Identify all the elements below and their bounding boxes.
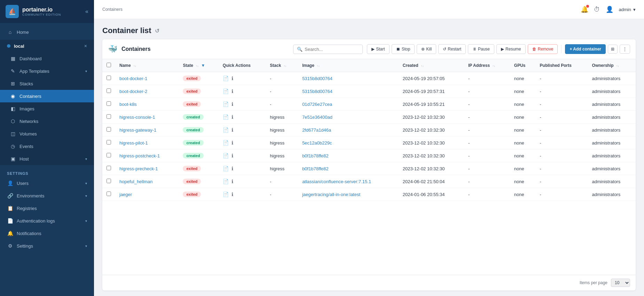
search-input[interactable] [305,47,359,52]
row-checkbox[interactable] [107,192,111,196]
sidebar-item-events[interactable]: ◷ Events [0,140,94,153]
logs-icon[interactable]: 📄 [223,127,229,133]
container-name-link[interactable]: higress-console-1 [119,115,155,120]
col-image[interactable]: Image ↑↓ [298,59,399,72]
col-name[interactable]: Name ↑↓ [115,59,179,72]
sidebar-item-auth-logs[interactable]: 📄 Authentication logs ▾ [0,215,94,227]
sidebar-item-app-templates[interactable]: ✎ App Templates ▾ [0,65,94,77]
image-link[interactable]: 01d726e27cea [302,102,332,107]
sidebar-item-networks[interactable]: ⬡ Networks [0,115,94,127]
image-link[interactable]: 2fd677a1d46a [302,127,331,133]
container-name-link[interactable]: boot-docker-1 [119,76,147,81]
resume-button[interactable]: ▶ Resume [496,44,526,54]
sidebar-item-containers[interactable]: ◉ Containers [0,90,94,102]
col-ip[interactable]: IP Address ↑↓ [464,59,510,72]
logs-icon[interactable]: 📄 [223,153,229,158]
sidebar-item-users[interactable]: 👤 Users ▾ [0,177,94,189]
row-checkbox[interactable] [107,101,111,106]
sidebar-item-settings[interactable]: ⚙ Settings ▾ [0,240,94,252]
user-profile-icon[interactable]: 👤 [606,6,613,13]
row-checkbox-cell[interactable] [102,188,115,201]
sidebar-item-registries[interactable]: 📋 Registries [0,202,94,215]
logs-icon[interactable]: 📄 [223,88,229,94]
inspect-icon[interactable]: ℹ [231,127,233,133]
state-filter-icon[interactable]: ▼ [201,63,205,68]
row-checkbox[interactable] [107,127,111,132]
container-name-link[interactable]: hopeful_hellman [119,179,152,184]
sidebar-item-host[interactable]: ▣ Host ▾ [0,153,94,165]
image-link[interactable]: 5315b8d00764 [302,76,332,81]
restart-button[interactable]: ↺ Restart [438,44,466,54]
add-container-button[interactable]: + Add container [565,44,606,54]
stop-button[interactable]: ⏹ Stop [392,44,415,54]
column-settings-button[interactable]: ⊞ [608,45,618,54]
more-options-button[interactable]: ⋮ [620,45,630,54]
items-per-page-select[interactable]: 10 25 50 100 [611,279,630,287]
container-name-link[interactable]: higress-postcheck-1 [119,153,160,158]
container-name-link[interactable]: higress-gateway-1 [119,127,156,133]
row-checkbox-cell[interactable] [102,85,115,98]
inspect-icon[interactable]: ℹ [231,88,233,94]
col-stack[interactable]: Stack ↑↓ [266,59,298,72]
col-created[interactable]: Created ↑↓ [399,59,464,72]
row-checkbox[interactable] [107,140,111,145]
container-name-link[interactable]: higress-pilot-1 [119,140,148,146]
row-checkbox[interactable] [107,76,111,80]
kill-button[interactable]: ⊗ Kill [417,44,436,54]
inspect-icon[interactable]: ℹ [231,179,233,184]
sidebar-item-home[interactable]: ⌂ Home [0,26,94,38]
sidebar-item-notifications[interactable]: 🔔 Notifications [0,227,94,240]
user-menu[interactable]: admin ▾ [619,7,636,12]
notifications-bell-button[interactable]: 🔔 [581,6,588,13]
container-name-link[interactable]: boot-k8s [119,102,137,107]
env-close-button[interactable]: × [84,43,87,49]
collapse-sidebar-button[interactable]: « [85,8,88,15]
sidebar-item-volumes[interactable]: ◫ Volumes [0,127,94,140]
container-name-link[interactable]: higress-precheck-1 [119,166,158,171]
logs-icon[interactable]: 📄 [223,140,229,146]
inspect-icon[interactable]: ℹ [231,166,233,171]
select-all-header[interactable] [102,59,115,72]
inspect-icon[interactable]: ℹ [231,76,233,81]
image-link[interactable]: b0f1b78ffe82 [302,166,329,171]
col-ownership[interactable]: Ownership ↑↓ [588,59,636,72]
row-checkbox[interactable] [107,88,111,93]
row-checkbox-cell[interactable] [102,149,115,162]
inspect-icon[interactable]: ℹ [231,101,233,107]
container-name-link[interactable]: jaeger [119,192,132,197]
image-link[interactable]: jaegertracing/all-in-one:latest [302,192,360,197]
row-checkbox-cell[interactable] [102,111,115,124]
row-checkbox-cell[interactable] [102,72,115,85]
start-button[interactable]: ▶ Start [367,44,389,54]
refresh-button[interactable]: ↺ [155,28,159,34]
row-checkbox[interactable] [107,153,111,157]
row-checkbox-cell[interactable] [102,162,115,175]
sidebar-item-environments[interactable]: 🔗 Environments ▾ [0,189,94,202]
inspect-icon[interactable]: ℹ [231,114,233,120]
sidebar-item-images[interactable]: ◧ Images [0,102,94,115]
logs-icon[interactable]: 📄 [223,114,229,120]
logs-icon[interactable]: 📄 [223,101,229,107]
sidebar-item-stacks[interactable]: ⊞ Stacks [0,77,94,90]
row-checkbox[interactable] [107,179,111,183]
col-state[interactable]: State ↑↓ ▼ [179,59,218,72]
logs-icon[interactable]: 📄 [223,76,229,81]
container-name-link[interactable]: boot-docker-2 [119,89,147,94]
pause-button[interactable]: ⏸ Pause [468,44,494,54]
logs-icon[interactable]: 📄 [223,192,229,197]
row-checkbox[interactable] [107,114,111,119]
remove-button[interactable]: 🗑 Remove [528,44,558,54]
logs-icon[interactable]: 📄 [223,166,229,171]
inspect-icon[interactable]: ℹ [231,153,233,158]
image-link[interactable]: 7e51e36400ad [302,115,332,120]
select-all-checkbox[interactable] [107,63,111,67]
image-link[interactable]: 5315b8d00764 [302,89,332,94]
environment-header[interactable]: local × [0,40,94,52]
row-checkbox-cell[interactable] [102,98,115,111]
row-checkbox-cell[interactable] [102,137,115,149]
row-checkbox[interactable] [107,166,111,170]
logs-icon[interactable]: 📄 [223,179,229,184]
image-link[interactable]: atlassian/confluence-server:7.15.1 [302,179,371,184]
row-checkbox-cell[interactable] [102,175,115,188]
timer-icon[interactable]: ⏱ [594,6,600,13]
